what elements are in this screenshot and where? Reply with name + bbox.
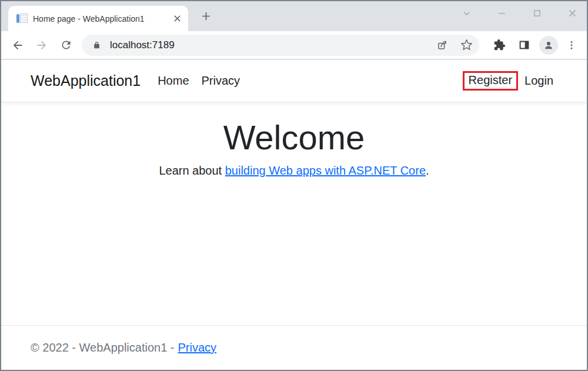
welcome-heading: Welcome: [1, 118, 587, 157]
brand-link[interactable]: WebApplication1: [31, 72, 141, 89]
side-panel-icon[interactable]: [516, 38, 532, 53]
main-content: Welcome Learn about building Web apps wi…: [1, 102, 587, 325]
bookmark-star-icon[interactable]: [459, 38, 474, 53]
site-navbar: WebApplication1 Home Privacy Register Lo…: [1, 60, 587, 102]
intro-link[interactable]: building Web apps with ASP.NET Core: [225, 164, 426, 177]
browser-window: Home page - WebApplication1: [0, 0, 588, 371]
forward-button[interactable]: [34, 37, 50, 54]
back-button[interactable]: [9, 37, 26, 54]
footer-privacy-link[interactable]: Privacy: [178, 341, 217, 355]
maximize-button[interactable]: [530, 6, 544, 20]
tab-search-chevron-icon[interactable]: [459, 6, 473, 20]
tab-title: Home page - WebApplication1: [33, 14, 171, 24]
url-text[interactable]: localhost:7189: [110, 39, 426, 51]
register-link[interactable]: Register: [469, 73, 512, 86]
share-icon[interactable]: [435, 38, 450, 53]
browser-toolbar: localhost:7189: [1, 31, 587, 59]
tab-favicon-icon: [16, 14, 27, 24]
footer-copyright: © 2022 - WebApplication1 -: [31, 341, 175, 355]
browser-tabstrip: Home page - WebApplication1: [1, 1, 587, 31]
intro-text: Learn about building Web apps with ASP.N…: [1, 164, 587, 178]
login-link[interactable]: Login: [524, 74, 553, 88]
intro-suffix: .: [426, 164, 429, 177]
profile-avatar[interactable]: [539, 36, 558, 55]
reload-button[interactable]: [58, 37, 74, 54]
minimize-button[interactable]: [495, 6, 509, 20]
browser-tab[interactable]: Home page - WebApplication1: [8, 6, 188, 31]
nav-link-home[interactable]: Home: [158, 74, 189, 88]
lock-icon[interactable]: [91, 39, 102, 51]
new-tab-button[interactable]: [198, 8, 214, 24]
omnibox[interactable]: localhost:7189: [82, 35, 479, 56]
window-controls: [459, 5, 579, 21]
nav-link-privacy[interactable]: Privacy: [202, 74, 240, 88]
page-viewport: WebApplication1 Home Privacy Register Lo…: [1, 60, 587, 370]
site-footer: © 2022 - WebApplication1 - Privacy: [1, 325, 587, 370]
extensions-puzzle-icon[interactable]: [492, 38, 507, 53]
intro-prefix: Learn about: [159, 164, 225, 177]
close-window-button[interactable]: [565, 6, 579, 20]
tab-close-icon[interactable]: [171, 12, 183, 25]
menu-kebab-icon[interactable]: [564, 38, 579, 53]
register-annotation-box: Register: [463, 71, 518, 91]
